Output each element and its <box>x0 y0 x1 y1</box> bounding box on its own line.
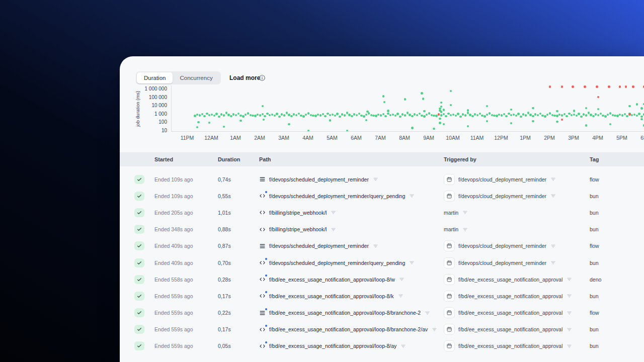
success-data-point[interactable] <box>474 113 476 115</box>
success-data-point[interactable] <box>614 115 616 117</box>
success-data-point[interactable] <box>237 113 239 115</box>
table-row[interactable]: Ended 559s ago 0,05s f/bd/ee_excess_usag… <box>120 338 644 354</box>
success-data-point[interactable] <box>556 121 558 123</box>
success-data-point[interactable] <box>443 109 445 111</box>
success-data-point[interactable] <box>597 108 599 110</box>
success-data-point[interactable] <box>223 126 225 128</box>
success-data-point[interactable] <box>585 114 587 116</box>
success-data-point[interactable] <box>332 114 334 116</box>
success-data-point[interactable] <box>329 114 331 116</box>
success-data-point[interactable] <box>624 113 626 115</box>
success-data-point[interactable] <box>302 115 304 117</box>
run-path-text[interactable]: f/bd/ee_excess_usage_notification_approv… <box>269 343 396 349</box>
success-data-point[interactable] <box>440 111 442 113</box>
success-data-point[interactable] <box>585 124 587 126</box>
success-data-point[interactable] <box>462 113 464 115</box>
success-data-point[interactable] <box>433 128 435 130</box>
success-data-point[interactable] <box>467 125 469 127</box>
success-data-point[interactable] <box>421 115 423 117</box>
success-data-point[interactable] <box>439 118 441 120</box>
success-data-point[interactable] <box>423 115 425 117</box>
run-path-text[interactable]: f/billing/stripe_webhook/l <box>269 210 327 216</box>
success-data-point[interactable] <box>300 115 302 117</box>
success-data-point[interactable] <box>510 122 512 124</box>
table-row[interactable]: Ended 205s ago 1,01s f/billing/stripe_we… <box>120 204 644 221</box>
success-data-point[interactable] <box>232 113 234 115</box>
success-data-point[interactable] <box>396 113 398 115</box>
success-data-point[interactable] <box>592 115 594 117</box>
success-data-point[interactable] <box>419 113 421 115</box>
success-data-point[interactable] <box>428 112 430 114</box>
success-data-point[interactable] <box>580 116 582 118</box>
success-data-point[interactable] <box>399 116 401 118</box>
success-data-point[interactable] <box>259 114 261 116</box>
success-data-point[interactable] <box>534 113 536 115</box>
success-data-point[interactable] <box>196 126 198 128</box>
failure-data-point[interactable] <box>549 85 551 88</box>
table-row[interactable]: Ended 409s ago 0,87s f/devops/scheduled_… <box>120 238 644 254</box>
success-data-point[interactable] <box>597 114 599 116</box>
filter-icon[interactable] <box>400 343 406 349</box>
success-data-point[interactable] <box>392 114 394 116</box>
success-data-point[interactable] <box>344 114 346 116</box>
success-data-point[interactable] <box>423 110 425 112</box>
success-data-point[interactable] <box>245 114 247 116</box>
success-data-point[interactable] <box>353 113 355 115</box>
filter-icon[interactable] <box>550 260 556 265</box>
failure-data-point[interactable] <box>608 85 610 88</box>
success-data-point[interactable] <box>640 107 642 109</box>
success-data-point[interactable] <box>380 114 382 116</box>
filter-icon[interactable] <box>567 277 572 282</box>
success-data-point[interactable] <box>383 101 385 103</box>
table-row[interactable]: Ended 109s ago 0,74s f/devops/scheduled_… <box>120 171 644 188</box>
success-data-point[interactable] <box>197 121 199 123</box>
success-data-point[interactable] <box>433 115 435 117</box>
filter-icon[interactable] <box>373 243 378 249</box>
failure-data-point[interactable] <box>597 96 600 99</box>
success-data-point[interactable] <box>341 113 343 115</box>
success-data-point[interactable] <box>247 112 249 114</box>
success-data-point[interactable] <box>409 114 411 116</box>
run-path-text[interactable]: f/devops/scheduled_deployment_reminder <box>269 176 369 183</box>
filter-icon[interactable] <box>432 327 437 332</box>
failure-data-point[interactable] <box>438 113 440 116</box>
success-data-point[interactable] <box>269 114 271 116</box>
success-data-point[interactable] <box>636 103 638 105</box>
success-data-point[interactable] <box>503 113 505 115</box>
success-data-point[interactable] <box>484 115 486 117</box>
success-data-point[interactable] <box>510 114 512 116</box>
failure-data-point[interactable] <box>632 85 634 88</box>
success-data-point[interactable] <box>498 114 500 116</box>
success-data-point[interactable] <box>305 114 307 116</box>
failure-data-point[interactable] <box>561 85 564 88</box>
success-data-point[interactable] <box>360 115 362 117</box>
success-data-point[interactable] <box>626 115 628 117</box>
success-data-point[interactable] <box>422 98 424 100</box>
success-data-point[interactable] <box>263 119 265 121</box>
failure-data-point[interactable] <box>561 119 564 121</box>
tab-concurrency[interactable]: Concurrency <box>173 72 219 83</box>
success-data-point[interactable] <box>314 115 316 117</box>
success-data-point[interactable] <box>546 114 548 116</box>
success-data-point[interactable] <box>510 109 512 111</box>
run-path-text[interactable]: f/billing/stripe_webhook/l <box>269 226 327 232</box>
success-data-point[interactable] <box>576 115 578 117</box>
success-data-point[interactable] <box>271 114 273 116</box>
success-data-point[interactable] <box>363 115 365 117</box>
success-data-point[interactable] <box>513 114 515 116</box>
success-data-point[interactable] <box>450 114 452 116</box>
success-data-point[interactable] <box>327 113 329 115</box>
success-data-point[interactable] <box>469 114 471 116</box>
success-data-point[interactable] <box>537 114 539 116</box>
success-data-point[interactable] <box>590 114 592 116</box>
filter-icon[interactable] <box>373 176 378 182</box>
success-data-point[interactable] <box>447 113 449 115</box>
success-data-point[interactable] <box>213 115 215 117</box>
failure-data-point[interactable] <box>619 85 621 88</box>
success-data-point[interactable] <box>541 115 543 117</box>
success-data-point[interactable] <box>223 114 225 116</box>
table-row[interactable]: Ended 409s ago 0,70s f/devops/scheduled_… <box>120 254 644 271</box>
success-data-point[interactable] <box>276 113 278 115</box>
success-data-point[interactable] <box>199 114 201 116</box>
run-path[interactable]: f/billing/stripe_webhook/l <box>259 204 336 221</box>
